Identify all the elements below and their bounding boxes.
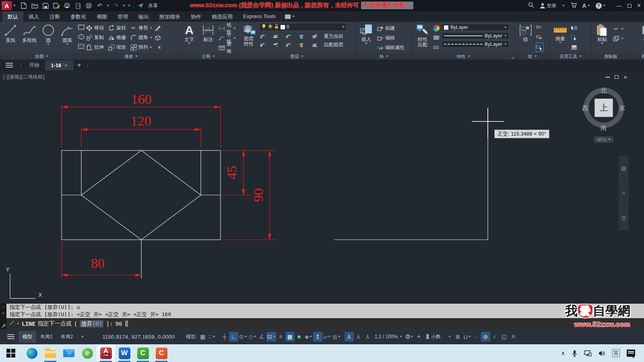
command-drag-handle-icon[interactable]: ∷ <box>2 305 4 309</box>
workspace-switching-icon[interactable]: ❂ <box>405 332 414 341</box>
measure-dropdown-icon[interactable] <box>559 42 561 43</box>
copy-clip-dropdown-icon[interactable] <box>621 38 623 39</box>
navbar-icon-a[interactable]: ▤ <box>621 165 626 171</box>
save-as-button[interactable] <box>52 2 60 10</box>
lock-ui-icon[interactable]: ⊔ <box>462 332 472 341</box>
trim-dropdown-icon[interactable] <box>150 27 152 29</box>
tab-close-icon[interactable]: × <box>64 62 68 68</box>
match-layer-icon[interactable] <box>311 41 318 48</box>
annotation-scale-value[interactable]: 1:1 / 100% <box>372 332 405 341</box>
login-button[interactable]: 登录 <box>540 2 557 9</box>
store-cart-icon[interactable] <box>570 2 577 9</box>
taskbar-recorder[interactable]: C <box>152 344 171 362</box>
set-current-label[interactable]: 置为当前 <box>324 33 347 40</box>
layer-thaw2-icon[interactable] <box>285 41 292 48</box>
new-layout-button[interactable]: + <box>77 331 88 342</box>
customization-menu-icon[interactable]: ≡ <box>509 332 518 341</box>
taskbar-word[interactable]: W <box>115 344 134 362</box>
units-selector[interactable]: 小数 <box>423 332 453 341</box>
wcs-menu[interactable]: WCS <box>594 136 613 143</box>
edit-block-tool[interactable]: 编辑 <box>377 34 405 42</box>
taskbar-mail[interactable] <box>60 344 78 362</box>
selection-filtering-toggle[interactable]: ▱ <box>322 332 332 341</box>
gizmo-toggle[interactable]: ◎ <box>332 332 341 341</box>
tab-collaborate[interactable]: 协作 <box>186 11 206 22</box>
color-select[interactable]: ByLayer <box>442 24 509 31</box>
fillet-dropdown-icon[interactable] <box>150 37 152 39</box>
new-drawing-tab-button[interactable]: + <box>73 61 85 69</box>
ungroup-tool[interactable] <box>536 24 543 32</box>
taskbar-edge[interactable] <box>23 344 41 362</box>
viewcube-north[interactable]: 北 <box>601 87 607 95</box>
scale-tool[interactable]: 缩放 <box>108 43 126 51</box>
move-tool[interactable]: 移动 <box>86 24 104 32</box>
drawing-close-icon[interactable]: × <box>623 74 627 80</box>
model-tab[interactable]: 模型 <box>19 331 36 343</box>
make-current-icon[interactable] <box>311 33 318 40</box>
cut-dropdown-icon[interactable] <box>621 28 623 30</box>
network-display-icon[interactable] <box>584 350 592 356</box>
erase-tool[interactable] <box>154 24 161 32</box>
match-layer-label[interactable]: 匹配图层 <box>324 41 347 48</box>
insert-dropdown-icon[interactable] <box>365 43 367 44</box>
text-tool[interactable]: A 文字 <box>181 23 198 45</box>
object-snap-tracking-toggle[interactable]: ∠ <box>257 332 266 341</box>
array-tool[interactable]: 阵列 <box>130 43 152 51</box>
tab-view[interactable]: 视图 <box>91 11 112 22</box>
tab-featured-apps[interactable]: 精选应用 <box>206 11 238 22</box>
navigation-bar[interactable]: ▤ ⌗ ☰ <box>619 156 629 230</box>
arc-tool[interactable]: 圆弧 <box>59 23 76 46</box>
login-dropdown-icon[interactable] <box>562 5 565 6</box>
taskbar-explorer[interactable] <box>41 344 60 362</box>
copy-clip-tool[interactable] <box>613 34 623 43</box>
group-button[interactable]: 组 <box>517 23 534 43</box>
dynamic-input-toggle[interactable]: ┼ <box>220 332 229 341</box>
navbar-icon-b[interactable]: ⌗ <box>622 190 625 196</box>
undo-dropdown-icon[interactable] <box>107 5 109 6</box>
taskbar-360-browser[interactable]: e <box>78 344 97 362</box>
taskbar-autocad[interactable]: ACAD <box>97 344 115 362</box>
command-input-value[interactable]: 90 <box>115 321 122 327</box>
viewcube-south[interactable]: 南 <box>601 124 607 132</box>
start-button[interactable] <box>6 349 15 358</box>
ribbon-minimize-button[interactable] <box>281 11 299 22</box>
panel-title-draw[interactable]: 绘图 <box>0 53 83 60</box>
layer-off-icon[interactable] <box>259 33 266 40</box>
action-center-icon[interactable] <box>627 350 635 357</box>
panel-title-utilities[interactable]: 实用工具 <box>550 53 591 60</box>
panel-title-layers[interactable]: 图层 <box>238 53 355 60</box>
tab-output[interactable]: 输出 <box>133 11 154 22</box>
open-file-button[interactable] <box>31 2 39 10</box>
snap-toggle[interactable]: ∷ <box>207 332 217 341</box>
base-point-button[interactable]: 基点 <box>640 23 644 44</box>
offset-tool[interactable] <box>154 43 161 51</box>
isolate-objects-icon[interactable]: ◌ <box>472 332 481 341</box>
trim-tool[interactable]: ✂修剪 <box>130 24 152 32</box>
lineweight-select[interactable]: ByLayer <box>442 32 509 39</box>
new-file-button[interactable] <box>20 2 28 10</box>
cut-tool[interactable]: ✂ <box>613 25 623 33</box>
paste-button[interactable]: 粘贴 <box>594 23 611 45</box>
panel-title-block[interactable]: 块 <box>356 53 412 60</box>
linetype-select[interactable]: ByLayer <box>442 41 509 48</box>
file-tabs-menu-icon[interactable] <box>6 63 13 68</box>
autodesk-app-icon[interactable]: A <box>582 2 590 9</box>
layer-select[interactable]: 0 <box>259 23 347 31</box>
select-similar-tool[interactable] <box>571 33 578 42</box>
export-button[interactable] <box>74 2 82 10</box>
object-snap-toggle[interactable]: ⊡ <box>266 332 276 341</box>
speaker-icon[interactable] <box>599 350 605 356</box>
rotate-tool[interactable]: 旋转 <box>108 24 126 32</box>
leader-dropdown-icon[interactable] <box>233 37 236 39</box>
microphone-icon[interactable] <box>572 350 577 357</box>
maximize-button[interactable] <box>627 4 632 8</box>
tab-annotate[interactable]: 注释 <box>44 11 65 22</box>
panel-title-clipboard[interactable]: 剪贴板 <box>592 53 630 60</box>
command-options-dropdown-icon[interactable] <box>17 323 19 325</box>
annotation-visibility-toggle[interactable]: ⅄ <box>345 332 354 341</box>
selection-cycling-toggle[interactable]: ■ <box>295 332 304 341</box>
viewcube-top-face[interactable]: 上 <box>594 99 613 117</box>
isometric-drafting-toggle[interactable]: ◇ <box>248 332 257 341</box>
save-button[interactable] <box>41 2 50 10</box>
create-block-tool[interactable]: 创建 <box>377 24 405 33</box>
